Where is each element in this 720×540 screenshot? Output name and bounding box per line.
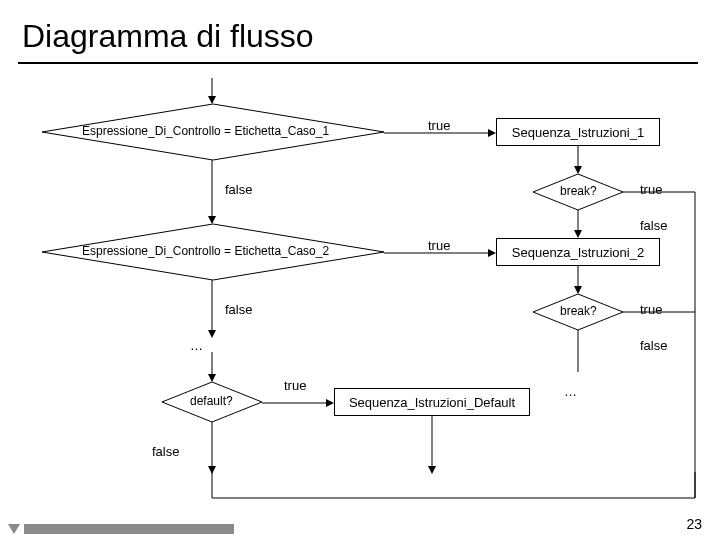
default-true-label: true (284, 378, 306, 393)
svg-marker-19 (574, 286, 582, 294)
seqdef-text: Sequenza_Istruzioni_Default (349, 395, 515, 410)
svg-marker-1 (208, 96, 216, 104)
cond1-false-label: false (225, 182, 252, 197)
svg-marker-9 (574, 166, 582, 174)
arrow-cond2-seq2 (384, 249, 496, 257)
ellipsis-right: … (564, 384, 577, 399)
line-break2-true-exit (623, 310, 701, 314)
ellipsis-left: … (190, 338, 203, 353)
arrow-default-seq (262, 399, 334, 407)
sequence-block-default: Sequenza_Istruzioni_Default (334, 388, 530, 416)
break2-false-label: false (640, 338, 667, 353)
cond1-text: Espressione_Di_Controllo = Etichetta_Cas… (82, 124, 329, 138)
svg-marker-14 (574, 230, 582, 238)
arrow-seq2-break2 (574, 266, 582, 294)
cond2-text: Espressione_Di_Controllo = Etichetta_Cas… (82, 244, 329, 258)
title-underline (18, 62, 698, 64)
arrow-break2-false-down (574, 330, 582, 378)
break2-text: break? (560, 304, 597, 318)
arrow-seq1-break1 (574, 146, 582, 174)
svg-marker-26 (326, 399, 334, 407)
svg-marker-6 (208, 216, 216, 224)
slide-corner-triangle (8, 524, 20, 534)
arrow-seqdef-down (428, 416, 436, 474)
arrow-entry (208, 78, 216, 104)
slide-title: Diagramma di flusso (22, 18, 314, 55)
svg-marker-23 (208, 374, 216, 382)
svg-marker-12 (488, 249, 496, 257)
cond2-false-label: false (225, 302, 252, 317)
line-converge-bottom (210, 472, 700, 502)
svg-marker-4 (488, 129, 496, 137)
slide-bottom-bar (24, 524, 234, 534)
svg-marker-16 (208, 330, 216, 338)
arrow-default-down (208, 422, 216, 474)
seq1-text: Sequenza_Istruzioni_1 (512, 125, 644, 140)
arrow-cond1-down (208, 160, 216, 224)
arrow-ellipsis-down (208, 352, 216, 382)
arrow-cond2-down (208, 280, 216, 338)
page-number: 23 (686, 516, 702, 532)
arrow-break1-seq2 (574, 210, 582, 238)
break1-text: break? (560, 184, 597, 198)
default-text: default? (190, 394, 233, 408)
default-false-label: false (152, 444, 179, 459)
arrow-cond1-seq1 (384, 129, 496, 137)
sequence-block-1: Sequenza_Istruzioni_1 (496, 118, 660, 146)
